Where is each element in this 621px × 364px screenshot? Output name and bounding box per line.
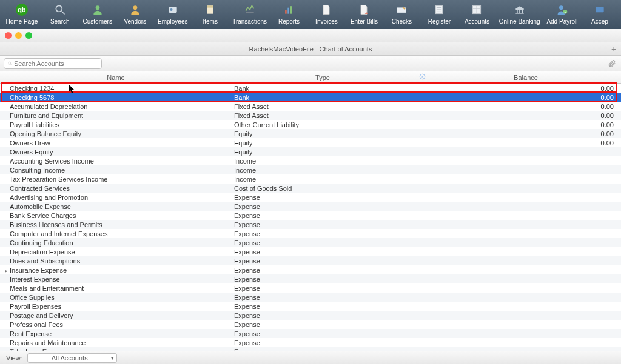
window-maximize-button[interactable] xyxy=(25,32,32,39)
toolbar-enter-bills[interactable]: Enter Bills xyxy=(345,0,383,25)
account-row[interactable]: Depreciation ExpenseExpense xyxy=(0,247,621,256)
toolbar-reports[interactable]: Reports xyxy=(270,0,307,25)
account-type-cell: Expense xyxy=(232,285,414,292)
account-row[interactable]: Computer and Internet ExpensesExpense xyxy=(0,229,621,238)
tab-title: RachelsMacVideoFile - Chart of Accounts xyxy=(0,45,621,53)
toolbar-employees[interactable]: Employees xyxy=(154,0,192,25)
account-row[interactable]: Payroll ExpensesExpense xyxy=(0,302,621,311)
account-row[interactable]: Furniture and EquipmentFixed Asset0.00 xyxy=(0,111,621,120)
account-name-cell: Meals and Entertainment xyxy=(0,285,232,292)
account-name-cell: Payroll Liabilities xyxy=(0,121,232,128)
toolbar-label: Employees xyxy=(158,18,187,25)
expand-icon[interactable] xyxy=(5,266,10,274)
toolbar-accounts[interactable]: Accounts xyxy=(458,0,495,25)
account-row[interactable]: Bank Service ChargesExpense xyxy=(0,211,621,220)
toolbar-label: Vendors xyxy=(124,18,146,25)
account-name-cell: Continuing Education xyxy=(0,239,232,247)
svg-line-29 xyxy=(10,64,12,65)
account-name-cell: Office Supplies xyxy=(0,294,232,301)
toolbar-accep[interactable]: Accep xyxy=(581,0,619,25)
account-name-cell: Postage and Delivery xyxy=(0,312,232,319)
account-row[interactable]: Insurance ExpenseExpense xyxy=(0,265,621,274)
toolbar-online-banking[interactable]: Online Banking xyxy=(495,0,543,25)
account-type-cell: Income xyxy=(232,167,414,174)
employee-icon xyxy=(166,2,180,17)
window-minimize-button[interactable] xyxy=(15,32,22,39)
account-row[interactable]: Office SuppliesExpense xyxy=(0,293,621,302)
attachment-icon[interactable] xyxy=(606,58,617,69)
account-row[interactable]: Professional FeesExpense xyxy=(0,320,621,329)
bills-icon xyxy=(357,2,371,17)
account-row[interactable]: Rent ExpenseExpense xyxy=(0,329,621,338)
toolbar-items[interactable]: Items xyxy=(192,0,229,25)
account-row[interactable]: Consulting IncomeIncome xyxy=(0,165,621,174)
search-box[interactable] xyxy=(4,58,102,69)
account-name-cell: Checking 1234 xyxy=(0,85,232,92)
accept-icon xyxy=(593,2,606,17)
account-row[interactable]: Continuing EducationExpense xyxy=(0,238,621,247)
vendor-icon xyxy=(129,2,142,17)
column-headers: Name Type s Balance xyxy=(0,71,621,84)
svg-rect-11 xyxy=(290,6,292,14)
toolbar-vendors[interactable]: Vendors xyxy=(116,0,154,25)
account-row[interactable]: Automobile ExpenseExpense xyxy=(0,202,621,211)
account-type-cell: Fixed Asset xyxy=(232,112,414,119)
account-type-cell: Expense xyxy=(232,330,414,337)
account-type-cell: Expense xyxy=(232,312,414,319)
reports-icon xyxy=(282,2,295,17)
account-row[interactable]: Tax Preparation Services IncomeIncome xyxy=(0,174,621,184)
svg-text:s: s xyxy=(421,74,423,78)
account-row[interactable]: Business Licenses and PermitsExpense xyxy=(0,220,621,229)
toolbar-search[interactable]: Search xyxy=(41,0,79,25)
qb-icon: qb xyxy=(16,2,28,17)
account-balance-cell: 0.00 xyxy=(431,130,621,137)
account-row[interactable]: Meals and EntertainmentExpense xyxy=(0,283,621,293)
account-row[interactable]: Owners DrawEquity0.00 xyxy=(0,138,621,147)
view-select[interactable]: All Accounts xyxy=(27,353,117,363)
account-row[interactable]: Contracted ServicesCost of Goods Sold xyxy=(0,184,621,193)
search-input[interactable] xyxy=(14,60,98,67)
column-header-s[interactable]: s xyxy=(414,73,431,81)
svg-rect-20 xyxy=(517,10,518,13)
toolbar-add-payroll[interactable]: +Add Payroll xyxy=(543,0,581,25)
account-row[interactable]: Opening Balance EquityEquity0.00 xyxy=(0,129,621,138)
column-header-type[interactable]: Type xyxy=(232,74,414,81)
toolbar-checks[interactable]: Checks xyxy=(383,0,420,25)
footer-bar: View: All Accounts xyxy=(0,351,621,364)
account-name-cell: Consulting Income xyxy=(0,167,232,174)
column-header-balance[interactable]: Balance xyxy=(431,74,621,81)
svg-point-28 xyxy=(8,62,11,64)
account-name-cell: Opening Balance Equity xyxy=(0,130,232,137)
account-name-cell: Advertising and Promotion xyxy=(0,194,232,201)
account-balance-cell: 0.00 xyxy=(431,121,621,128)
account-type-cell: Cost of Goods Sold xyxy=(232,185,414,192)
account-row[interactable]: Payroll LiabilitiesOther Current Liabili… xyxy=(0,120,621,129)
account-name-cell: Professional Fees xyxy=(0,321,232,328)
account-name-cell: Business Licenses and Permits xyxy=(0,221,232,228)
account-row[interactable]: Accounting Services IncomeIncome xyxy=(0,156,621,165)
account-row[interactable]: Postage and DeliveryExpense xyxy=(0,311,621,320)
toolbar-home-page[interactable]: qbHome Page xyxy=(2,0,41,25)
svg-rect-21 xyxy=(519,10,520,13)
toolbar-label: Search xyxy=(50,18,70,25)
toolbar-transactions[interactable]: Transactions xyxy=(229,0,270,25)
toolbar-label: Reports xyxy=(278,18,300,25)
account-type-cell: Expense xyxy=(232,294,414,301)
account-row[interactable]: Accumulated DepreciationFixed Asset0.00 xyxy=(0,102,621,111)
toolbar-invoices[interactable]: Invoices xyxy=(307,0,345,25)
column-header-name[interactable]: Name xyxy=(0,74,232,81)
account-row[interactable]: Checking 5678Bank0.00 xyxy=(0,93,621,102)
new-tab-button[interactable]: + xyxy=(609,44,619,54)
account-name-cell: Owners Draw xyxy=(0,139,232,147)
toolbar-register[interactable]: Register xyxy=(420,0,458,25)
window-close-button[interactable] xyxy=(5,32,12,39)
account-row[interactable]: Repairs and MaintenanceExpense xyxy=(0,338,621,347)
account-row[interactable]: Advertising and PromotionExpense xyxy=(0,193,621,202)
account-row[interactable]: Checking 1234Bank0.00 xyxy=(0,84,621,93)
account-type-cell: Expense xyxy=(232,248,414,256)
account-row[interactable]: Owners EquityEquity xyxy=(0,147,621,156)
toolbar-customers[interactable]: Customers xyxy=(79,0,116,25)
account-row[interactable]: Dues and SubscriptionsExpense xyxy=(0,256,621,265)
account-row[interactable]: Interest ExpenseExpense xyxy=(0,274,621,283)
toolbar-label: Add Payroll xyxy=(546,18,577,25)
